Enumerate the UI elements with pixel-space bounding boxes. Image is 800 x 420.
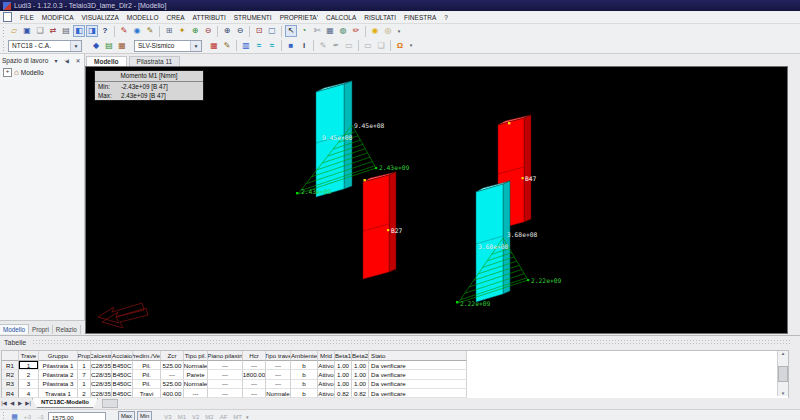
table-cell[interactable]: C28/35 (91, 389, 112, 398)
table-cell[interactable]: b (291, 380, 318, 389)
open-button[interactable]: ▱ (8, 25, 20, 37)
column-red-1[interactable] (363, 172, 396, 279)
table-cell[interactable]: --- (243, 389, 266, 398)
table-cell[interactable]: 0.82 (352, 389, 369, 398)
table-cell[interactable]: Attivo (318, 370, 335, 379)
frame1-disabled-icon[interactable]: ▭ (362, 40, 374, 52)
table-row[interactable]: R3 3 Pilastrata 3 1 C28/35 B450C Pil. 52… (2, 380, 468, 389)
section-cut-button[interactable]: ✄ (311, 25, 323, 37)
table-cell[interactable]: 7 (78, 370, 91, 379)
table-cell[interactable]: C28/35 (91, 361, 112, 370)
print-preview-button[interactable]: ▤ (60, 25, 72, 37)
table-cell[interactable]: 3 (19, 380, 39, 389)
table-vertical-scrollbar[interactable]: ▲ ▼ (777, 351, 788, 396)
sidebar-tab-proprieta[interactable]: Propri (29, 325, 53, 334)
statusbar-grip[interactable] (2, 411, 5, 420)
shape-disabled-icon[interactable]: ▭ (343, 40, 355, 52)
row-header[interactable]: R4 (2, 389, 19, 398)
table-cell[interactable]: B450C (112, 380, 133, 389)
component-m1-toggle[interactable]: M1 (176, 414, 188, 420)
mesh-globe-button[interactable]: ◍ (337, 25, 349, 37)
component-m2-toggle[interactable]: M2 (203, 414, 215, 420)
selection-add-button[interactable]: ⊕ (189, 25, 201, 37)
table-cell[interactable]: C28/35 (91, 380, 112, 389)
table-cell[interactable]: --- (266, 380, 291, 389)
table-cell[interactable]: 1.00 (335, 361, 352, 370)
column-header[interactable]: Trave (19, 351, 39, 361)
column-header[interactable]: Mrid (318, 351, 335, 361)
menu-risultati[interactable]: RISULTATI (360, 14, 400, 21)
menu-crea[interactable]: CREA (163, 14, 189, 21)
table-cell[interactable]: --- (266, 361, 291, 370)
scroll-up-icon[interactable]: ▲ (781, 351, 785, 356)
zoom-extents-button[interactable]: ▢ (266, 25, 278, 37)
diagram-wave1-icon[interactable]: ≈ (253, 40, 265, 52)
results-table-icon[interactable]: ▦ (208, 40, 220, 52)
window-model-button[interactable]: ◧ (73, 25, 85, 37)
sheet-tab-ntc18c[interactable]: NTC18C-Modello (32, 398, 98, 408)
table-cell[interactable]: --- (208, 380, 243, 389)
menu-finestra[interactable]: FINESTRA (400, 14, 440, 21)
import-export-button[interactable]: ⇄ (47, 25, 59, 37)
menu-visualizza[interactable]: VISUALIZZA (78, 14, 123, 21)
column-header[interactable]: Calcestr. (91, 351, 112, 361)
table-cell[interactable]: 0.82 (335, 389, 352, 398)
table-cell[interactable]: --- (161, 370, 184, 379)
precision-plus-icon[interactable]: +.0 (22, 412, 33, 420)
prev-sheet-button[interactable]: ◀ (8, 399, 16, 407)
table-cell[interactable]: --- (266, 370, 291, 379)
doc-tab-pilastrata[interactable]: Pilastrata 11 (129, 56, 181, 66)
pen-disabled-icon[interactable]: ✒ (330, 40, 342, 52)
zoom-out-button[interactable]: ⊖ (234, 25, 246, 37)
material-node-icon[interactable]: ◆ (90, 40, 102, 52)
column-header[interactable]: Beta2 (352, 351, 369, 361)
row-header[interactable]: R1 (2, 361, 19, 370)
pointer-button[interactable]: ↖ (285, 25, 297, 37)
table-cell[interactable]: 1 (19, 361, 39, 370)
tree-item-modello[interactable]: + ⌂ Modello (0, 66, 84, 77)
notebook-icon[interactable]: ▤ (103, 40, 115, 52)
section-box-icon[interactable]: ■ (285, 40, 297, 52)
overflow-button[interactable]: ▾ (395, 25, 403, 37)
table-cell[interactable]: Da verificare (369, 389, 467, 398)
table-row[interactable]: R4 4 Travata 1 2 C28/35 B450C Travi 400.… (2, 389, 468, 398)
scroll-down-icon[interactable]: ▼ (781, 391, 785, 396)
window-data-button[interactable]: ◨ (86, 25, 98, 37)
table-cell[interactable]: 4 (19, 389, 39, 398)
selection-remove-button[interactable]: ⊖ (202, 25, 214, 37)
table-cell[interactable]: Da verificare (369, 370, 467, 379)
chevron-down-icon[interactable]: ▼ (190, 41, 201, 51)
scale-value-field[interactable]: 1575.00 (48, 412, 106, 420)
column-header[interactable]: Tipo pil. (184, 351, 208, 361)
expand-icon[interactable]: + (3, 68, 12, 77)
table-cell[interactable]: 2 (19, 370, 39, 379)
table-cell[interactable]: Travi (133, 389, 161, 398)
table-row[interactable]: R1 1 Pilastrata 1 1 C28/35 B450C Pil. 52… (2, 361, 468, 370)
table-cell[interactable]: --- (208, 370, 243, 379)
column-header[interactable]: Tipo trave (266, 351, 291, 361)
table-zoom-icon[interactable]: ▦ (9, 412, 20, 420)
overflow2-button[interactable]: ▾ (407, 40, 415, 52)
pencil-disabled-icon[interactable]: ✎ (317, 40, 329, 52)
table-cell[interactable]: 2 (78, 389, 91, 398)
table-cell[interactable]: B450C (112, 389, 133, 398)
table-cell[interactable]: 1.00 (352, 380, 369, 389)
copy-button[interactable]: ❏ (34, 25, 46, 37)
first-sheet-button[interactable]: |◀ (0, 399, 8, 407)
light-plug-button[interactable]: ◎ (382, 25, 394, 37)
quick-select-button[interactable]: ✦ (176, 25, 188, 37)
table-cell[interactable]: 525.00 (161, 380, 184, 389)
menu-file[interactable]: FILE (16, 14, 38, 21)
table-cell[interactable]: 400.00 (161, 389, 184, 398)
max-button[interactable]: Max (118, 411, 135, 420)
table-cell[interactable]: --- (243, 361, 266, 370)
table-cell[interactable]: B450C (112, 361, 133, 370)
select-sheet-button[interactable]: ⊞ (163, 25, 175, 37)
table-cell[interactable]: Normale (184, 380, 208, 389)
toolbar-grip[interactable] (2, 40, 5, 51)
table-cell[interactable]: b (291, 389, 318, 398)
table-cell[interactable]: 1.00 (335, 370, 352, 379)
edit-marker-button[interactable]: ✎ (118, 25, 130, 37)
light-on-button[interactable]: ◉ (369, 25, 381, 37)
next-sheet-button[interactable]: ▶ (16, 399, 24, 407)
